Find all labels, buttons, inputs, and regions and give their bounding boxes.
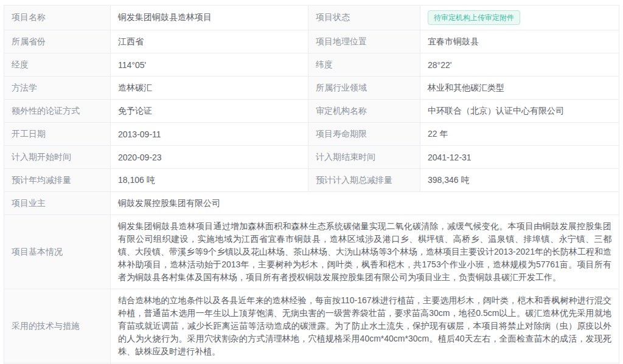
province-label: 所属省份 (4, 30, 110, 53)
latitude-label: 纬度 (308, 53, 420, 76)
geo-location-value: 宜春市铜鼓县 (420, 30, 619, 53)
total-reduction-label: 预计计入期总减排量 (308, 169, 420, 191)
total-reduction-value: 398,346 吨 (420, 169, 619, 191)
crediting-start-value: 2020-09-23 (110, 146, 308, 168)
project-descriptions-table: 项目名称 铜发集团铜鼓县造林项目 项目状态 待审定机构上传审定附件 所属省份 江… (4, 5, 619, 364)
project-status-value: 待审定机构上传审定附件 (420, 5, 619, 30)
table-row: 项目名称 铜发集团铜鼓县造林项目 项目状态 待审定机构上传审定附件 (4, 5, 619, 30)
validation-body-value: 中环联合（北京）认证中心有限公司 (420, 100, 619, 122)
status-badge: 待审定机构上传审定附件 (428, 10, 520, 25)
additionality-value: 免予论证 (110, 100, 308, 122)
project-owner-value: 铜鼓发展控股集团有限公司 (110, 192, 619, 215)
table-row: 所属省份 江西省 项目地理位置 宜春市铜鼓县 (4, 30, 619, 53)
table-row: 额外性的论证方式 免予论证 审定机构名称 中环联合（北京）认证中心有限公司 (4, 99, 619, 122)
table-row: 方法学 造林碳汇 所属行业领域 林业和其他碳汇类型 (4, 76, 619, 99)
project-detail-page: 项目名称 铜发集团铜鼓县造林项目 项目状态 待审定机构上传审定附件 所属省份 江… (0, 0, 623, 364)
longitude-value: 114°05' (110, 53, 308, 76)
industry-field-value: 林业和其他碳汇类型 (420, 77, 619, 99)
table-row: 项目基本情况 铜发集团铜鼓县造林项目通过增加森林面积和森林生态系统碳储量实现二氧… (4, 215, 619, 289)
additionality-label: 额外性的论证方式 (4, 100, 110, 122)
project-lifetime-value: 22 年 (420, 123, 619, 145)
methodology-label: 方法学 (4, 77, 110, 99)
crediting-start-label: 计入期开始时间 (4, 146, 110, 168)
geo-location-label: 项目地理位置 (308, 30, 420, 53)
table-row: 开工日期 2013-09-11 项目寿命期限 22 年 (4, 122, 619, 145)
table-row: 计入期开始时间 2020-09-23 计入期结束时间 2041-12-31 (4, 145, 619, 168)
methodology-value: 造林碳汇 (110, 77, 308, 99)
table-row: 采用的技术与措施 结合造林地的立地条件以及各县近年来的造林经验，每亩按110-1… (4, 289, 619, 363)
start-date-value: 2013-09-11 (110, 123, 308, 145)
crediting-end-value: 2041-12-31 (420, 146, 619, 168)
project-name-label: 项目名称 (4, 5, 110, 30)
table-row: 项目业主 铜鼓发展控股集团有限公司 (4, 191, 619, 215)
project-lifetime-label: 项目寿命期限 (308, 123, 420, 145)
technology-measures-value: 结合造林地的立地条件以及各县近年来的造林经验，每亩按110-167株进行植苗，主… (110, 289, 619, 363)
annual-reduction-label: 预计年均减排量 (4, 169, 110, 191)
project-status-label: 项目状态 (308, 5, 420, 30)
table-row: 预计年均减排量 18,106 吨 预计计入期总减排量 398,346 吨 (4, 168, 619, 191)
industry-field-label: 所属行业领域 (308, 77, 420, 99)
project-overview-label: 项目基本情况 (4, 215, 110, 289)
annual-reduction-value: 18,106 吨 (110, 169, 308, 191)
project-owner-label: 项目业主 (4, 192, 110, 215)
project-name-value: 铜发集团铜鼓县造林项目 (110, 5, 308, 30)
crediting-end-label: 计入期结束时间 (308, 146, 420, 168)
start-date-label: 开工日期 (4, 123, 110, 145)
technology-measures-label: 采用的技术与措施 (4, 289, 110, 363)
table-row: 经度 114°05' 纬度 28°22' (4, 53, 619, 76)
longitude-label: 经度 (4, 53, 110, 76)
validation-body-label: 审定机构名称 (308, 100, 420, 122)
province-value: 江西省 (110, 30, 308, 53)
project-overview-value: 铜发集团铜鼓县造林项目通过增加森林面积和森林生态系统碳储量实现二氧化碳清除，减缓… (110, 215, 619, 289)
latitude-value: 28°22' (420, 53, 619, 76)
